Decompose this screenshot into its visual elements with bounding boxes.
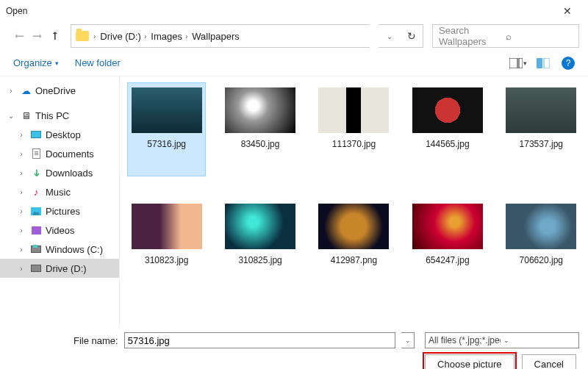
file-label: 310823.jpg bbox=[145, 255, 188, 265]
file-item[interactable]: 173537.jpg bbox=[502, 82, 581, 176]
address-bar[interactable]: › Drive (D:)› Images› Wallpapers bbox=[71, 24, 370, 48]
thumbnail bbox=[318, 204, 389, 249]
view-mode-button[interactable]: ▾ bbox=[509, 55, 528, 71]
up-button[interactable]: 🠕 bbox=[47, 29, 62, 43]
thumbnail bbox=[132, 87, 202, 133]
sidebar-item-onedrive[interactable]: ›☁OneDrive bbox=[0, 81, 119, 100]
svg-rect-2 bbox=[537, 58, 542, 68]
sidebar-item-documents[interactable]: ›Documents bbox=[0, 144, 119, 163]
search-placeholder: Search Wallpapers bbox=[439, 25, 506, 47]
file-item[interactable]: 83450.jpg bbox=[220, 82, 299, 176]
close-button[interactable]: ✕ bbox=[553, 5, 582, 17]
thumbnail bbox=[412, 87, 483, 133]
file-item[interactable]: 144565.jpg bbox=[408, 82, 487, 176]
thumbnail bbox=[318, 87, 389, 133]
file-label: 310825.jpg bbox=[238, 255, 282, 265]
breadcrumb[interactable]: Wallpapers bbox=[192, 31, 240, 42]
toolbar: Organize▾ New folder ▾ ? bbox=[0, 50, 588, 76]
file-label: 57316.jpg bbox=[147, 139, 186, 149]
cancel-button[interactable]: Cancel bbox=[522, 354, 576, 369]
thumbnail bbox=[132, 204, 202, 249]
new-folder-button[interactable]: New folder bbox=[75, 57, 121, 68]
sidebar-item-videos[interactable]: ›Videos bbox=[0, 221, 119, 240]
file-label: 144565.jpg bbox=[426, 139, 469, 149]
file-item[interactable]: 706620.jpg bbox=[502, 198, 581, 293]
file-item[interactable]: 310823.jpg bbox=[127, 198, 206, 293]
filetype-filter[interactable]: All files (*.jpg;*.jpeg;*.bmp;*.dib;*.pn… bbox=[425, 332, 579, 348]
file-item[interactable]: 57316.jpg bbox=[127, 82, 206, 176]
forward-button[interactable]: 🠖 bbox=[29, 29, 44, 43]
chevron-right-icon: › bbox=[93, 32, 96, 40]
file-item[interactable]: 654247.jpg bbox=[408, 198, 487, 293]
breadcrumb[interactable]: Drive (D:)› bbox=[100, 31, 146, 42]
organize-button[interactable]: Organize▾ bbox=[13, 57, 59, 68]
address-controls: ⌄ ↻ bbox=[379, 24, 423, 48]
file-label: 654247.jpg bbox=[426, 255, 469, 265]
filename-input[interactable] bbox=[124, 332, 395, 348]
file-label: 83450.jpg bbox=[241, 139, 280, 149]
thumbnail bbox=[225, 87, 295, 133]
filename-label: File name: bbox=[74, 335, 118, 346]
back-button[interactable]: 🠔 bbox=[12, 29, 26, 43]
filename-dropdown[interactable]: ⌄ bbox=[401, 332, 415, 348]
file-label: 173537.jpg bbox=[520, 139, 563, 149]
sidebar-item-windows-drive[interactable]: ›Windows (C:) bbox=[0, 240, 119, 259]
breadcrumb[interactable]: Images› bbox=[151, 31, 187, 42]
file-item[interactable]: 412987.png bbox=[315, 198, 393, 293]
sidebar-item-desktop[interactable]: ›Desktop bbox=[0, 125, 119, 144]
thumbnail bbox=[225, 204, 295, 249]
file-label: 412987.png bbox=[331, 255, 377, 265]
window-title: Open bbox=[6, 6, 553, 16]
svg-rect-3 bbox=[544, 58, 550, 68]
sidebar-item-thispc[interactable]: ⌄🖥This PC bbox=[0, 106, 119, 125]
file-item[interactable]: 310825.jpg bbox=[220, 198, 299, 293]
file-grid: 57316.jpg83450.jpg111370.jpg144565.jpg17… bbox=[119, 76, 588, 328]
navigation-bar: 🠔 🠖 🠕 › Drive (D:)› Images› Wallpapers ⌄… bbox=[0, 22, 588, 50]
search-icon: ⌕ bbox=[506, 31, 573, 42]
titlebar: Open ✕ bbox=[0, 0, 588, 22]
thumbnail bbox=[412, 204, 483, 249]
thumbnail bbox=[506, 204, 576, 249]
file-item[interactable]: 111370.jpg bbox=[315, 82, 393, 176]
svg-rect-0 bbox=[509, 58, 517, 68]
folder-icon bbox=[76, 31, 89, 41]
preview-pane-button[interactable] bbox=[534, 55, 553, 71]
navigation-sidebar: ›☁OneDrive ⌄🖥This PC ›Desktop ›Documents… bbox=[0, 76, 119, 328]
sidebar-item-downloads[interactable]: ›➔Downloads bbox=[0, 163, 119, 182]
file-label: 111370.jpg bbox=[332, 139, 376, 149]
refresh-button[interactable]: ↻ bbox=[401, 30, 423, 42]
bottom-bar: File name: ⌄ All files (*.jpg;*.jpeg;*.b… bbox=[0, 328, 588, 369]
help-button[interactable]: ? bbox=[562, 57, 575, 70]
choose-picture-button[interactable]: Choose picture bbox=[425, 354, 514, 369]
sidebar-item-pictures[interactable]: ›Pictures bbox=[0, 201, 119, 221]
file-label: 706620.jpg bbox=[520, 255, 563, 265]
sidebar-item-music[interactable]: ›♪Music bbox=[0, 182, 119, 201]
search-input[interactable]: Search Wallpapers ⌕ bbox=[432, 24, 579, 48]
thumbnail bbox=[506, 87, 576, 133]
sidebar-item-drive-d[interactable]: ›Drive (D:) bbox=[0, 259, 119, 278]
chevron-down-icon[interactable]: ⌄ bbox=[379, 32, 401, 40]
svg-rect-1 bbox=[519, 58, 523, 68]
